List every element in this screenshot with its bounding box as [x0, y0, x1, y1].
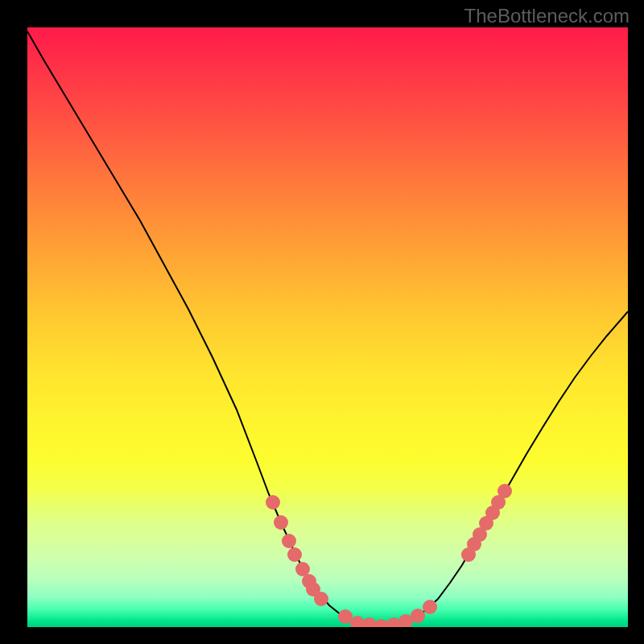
data-marker [314, 592, 328, 606]
data-marker [282, 534, 296, 548]
chart-svg [27, 27, 628, 627]
plot-area [27, 27, 628, 627]
data-marker [266, 495, 280, 510]
data-marker [274, 515, 288, 530]
bottleneck-curve [27, 31, 628, 626]
data-marker [497, 484, 512, 498]
markers-group [266, 484, 512, 627]
data-marker [423, 600, 437, 614]
data-marker [287, 547, 302, 562]
chart-container: TheBottleneck.com [0, 0, 644, 644]
watermark-text: TheBottleneck.com [464, 5, 630, 27]
data-marker [411, 609, 425, 623]
